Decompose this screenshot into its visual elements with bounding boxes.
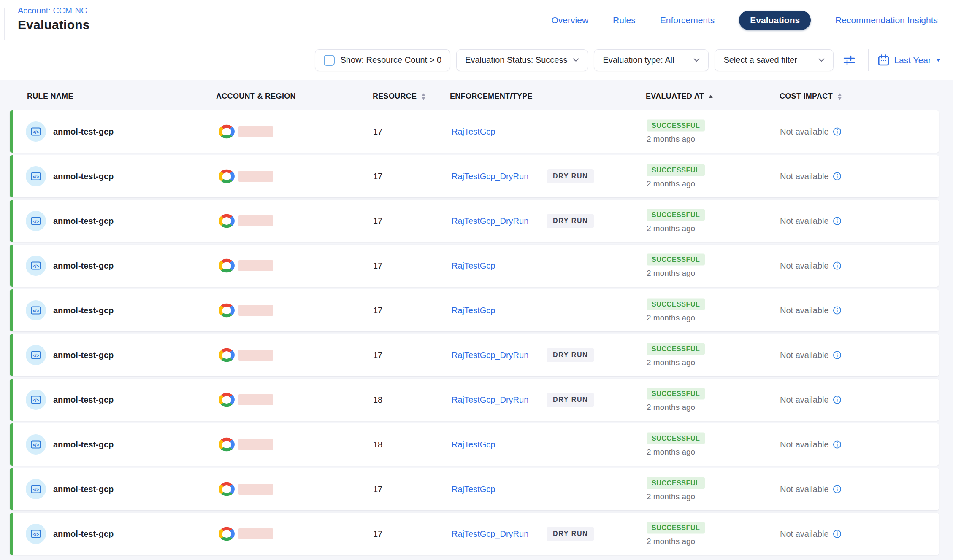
enforcement-link[interactable]: RajTestGcp_DryRun — [452, 529, 528, 539]
account-region-redacted — [238, 215, 273, 226]
info-circle-icon[interactable] — [833, 127, 842, 136]
calendar-icon — [878, 54, 889, 66]
account-region-redacted — [238, 394, 273, 405]
evaluated-time: 2 months ago — [647, 269, 695, 278]
rule-icon: </> — [26, 434, 46, 455]
svg-text:</>: </> — [33, 532, 39, 537]
tab-recommendation-insights[interactable]: Recommendation Insights — [835, 15, 938, 25]
breadcrumb-account-link[interactable]: Account: CCM-NG — [18, 6, 88, 16]
saved-filter-dropdown[interactable]: Select a saved filter — [715, 49, 834, 71]
status-badge: SUCCESSFUL — [647, 522, 705, 534]
rule-name: anmol-test-gcp — [53, 395, 114, 405]
col-cost-impact[interactable]: COST IMPACT — [780, 92, 842, 101]
cost-impact-value: Not available — [780, 485, 829, 494]
svg-text:</>: </> — [33, 219, 39, 224]
tab-enforcements[interactable]: Enforcements — [660, 15, 715, 25]
resource-count: 17 — [352, 216, 403, 226]
col-rule-name: RULE NAME — [27, 92, 73, 101]
info-circle-icon[interactable] — [833, 485, 842, 494]
col-resource[interactable]: RESOURCE — [373, 92, 426, 101]
evaluation-row[interactable]: </> anmol-test-gcp 18 RajTestGcp SUCCESS… — [10, 423, 939, 466]
evaluation-row[interactable]: </> anmol-test-gcp 17 RajTestGcp_DryRun … — [10, 513, 939, 555]
filter-settings-button[interactable] — [839, 49, 859, 71]
evaluation-type-dropdown[interactable]: Evaluation type: All — [594, 49, 709, 71]
evaluation-row[interactable]: </> anmol-test-gcp 17 RajTestGcp SUCCESS… — [10, 468, 939, 510]
evaluation-row[interactable]: </> anmol-test-gcp 17 RajTestGcp_DryRun … — [10, 334, 939, 376]
evaluated-time: 2 months ago — [647, 492, 695, 501]
evaluation-row[interactable]: </> anmol-test-gcp 17 RajTestGcp_DryRun … — [10, 155, 939, 197]
rule-name: anmol-test-gcp — [53, 306, 114, 315]
evaluation-row[interactable]: </> anmol-test-gcp 17 RajTestGcp SUCCESS… — [10, 245, 939, 287]
evaluated-at-cell: SUCCESSFUL 2 months ago — [647, 522, 705, 546]
tab-evaluations[interactable]: Evaluations — [739, 11, 811, 30]
dry-run-badge-wrap: DRY RUN — [547, 214, 594, 228]
svg-text:</>: </> — [33, 443, 39, 447]
svg-text:</>: </> — [33, 487, 39, 492]
enforcement-link[interactable]: RajTestGcp_DryRun — [452, 395, 528, 405]
resource-count-checkbox[interactable] — [324, 55, 335, 66]
evaluation-row[interactable]: </> anmol-test-gcp 17 RajTestGcp_DryRun … — [10, 200, 939, 242]
dry-run-badge-wrap: DRY RUN — [547, 169, 594, 183]
dry-run-badge-wrap: DRY RUN — [547, 527, 594, 541]
rule-name: anmol-test-gcp — [53, 216, 114, 226]
status-badge: SUCCESSFUL — [647, 299, 705, 310]
resource-count: 18 — [352, 395, 403, 405]
enforcement-link[interactable]: RajTestGcp — [452, 261, 495, 271]
chevron-down-icon — [818, 58, 825, 62]
info-circle-icon[interactable] — [833, 306, 842, 315]
cost-impact-cell: Not available — [780, 485, 842, 494]
cost-impact-value: Not available — [780, 440, 829, 450]
enforcement-link[interactable]: RajTestGcp — [452, 440, 495, 450]
evaluated-at-cell: SUCCESSFUL 2 months ago — [647, 343, 705, 367]
info-circle-icon[interactable] — [833, 440, 842, 449]
dry-run-badge-wrap: DRY RUN — [547, 348, 594, 362]
info-circle-icon[interactable] — [833, 351, 842, 360]
info-circle-icon[interactable] — [833, 217, 842, 226]
gcp-cloud-icon — [218, 213, 236, 229]
enforcement-link[interactable]: RajTestGcp — [452, 306, 495, 315]
dry-run-badge: DRY RUN — [547, 348, 594, 362]
evaluation-row[interactable]: </> anmol-test-gcp 18 RajTestGcp_DryRun … — [10, 379, 939, 421]
evaluation-status-dropdown[interactable]: Evaluation Status: Success — [456, 49, 588, 71]
info-circle-icon[interactable] — [833, 396, 842, 404]
tab-rules[interactable]: Rules — [613, 15, 636, 25]
status-badge: SUCCESSFUL — [647, 254, 705, 266]
enforcement-link[interactable]: RajTestGcp_DryRun — [452, 172, 528, 181]
cost-impact-value: Not available — [780, 172, 829, 181]
status-badge: SUCCESSFUL — [647, 388, 705, 400]
evaluations-page: Account: CCM-NG Evaluations Overview Rul… — [0, 0, 953, 560]
filter-bar: Show: Resource Count > 0 Evaluation Stat… — [0, 40, 953, 80]
col-evaluated-at[interactable]: EVALUATED AT — [646, 92, 713, 101]
account-region-redacted — [238, 350, 273, 361]
tab-overview[interactable]: Overview — [552, 15, 589, 25]
rule-name: anmol-test-gcp — [53, 529, 114, 539]
status-badge: SUCCESSFUL — [647, 477, 705, 489]
evaluation-row[interactable]: </> anmol-test-gcp 17 RajTestGcp SUCCESS… — [10, 110, 939, 153]
evaluated-time: 2 months ago — [647, 224, 695, 233]
enforcement-link[interactable]: RajTestGcp — [452, 485, 495, 494]
rule-name: anmol-test-gcp — [53, 172, 114, 181]
cost-impact-cell: Not available — [780, 261, 842, 271]
evaluation-row[interactable]: </> anmol-test-gcp 17 RajTestGcp SUCCESS… — [10, 289, 939, 331]
resource-count: 17 — [352, 306, 403, 315]
gcp-cloud-icon — [218, 124, 236, 139]
info-circle-icon[interactable] — [833, 172, 842, 181]
date-range-picker[interactable]: Last Year — [878, 54, 941, 66]
evaluated-time: 2 months ago — [647, 447, 695, 457]
enforcement-link[interactable]: RajTestGcp_DryRun — [452, 350, 528, 360]
top-nav: Overview Rules Enforcements Evaluations … — [552, 0, 938, 40]
svg-text:</>: </> — [33, 175, 39, 179]
cost-impact-cell: Not available — [780, 529, 842, 539]
evaluations-table: RULE NAME ACCOUNT & REGION RESOURCE ENFO… — [0, 80, 953, 560]
resource-count-filter-chip[interactable]: Show: Resource Count > 0 — [315, 49, 450, 71]
rule-icon: </> — [26, 166, 46, 186]
enforcement-link[interactable]: RajTestGcp — [452, 127, 495, 137]
evaluated-at-cell: SUCCESSFUL 2 months ago — [647, 209, 705, 233]
cost-impact-cell: Not available — [780, 306, 842, 315]
dry-run-badge-wrap: DRY RUN — [547, 393, 594, 407]
info-circle-icon[interactable] — [833, 530, 842, 538]
evaluated-time: 2 months ago — [647, 179, 695, 188]
info-circle-icon[interactable] — [833, 261, 842, 270]
cost-impact-cell: Not available — [780, 440, 842, 450]
enforcement-link[interactable]: RajTestGcp_DryRun — [452, 216, 528, 226]
